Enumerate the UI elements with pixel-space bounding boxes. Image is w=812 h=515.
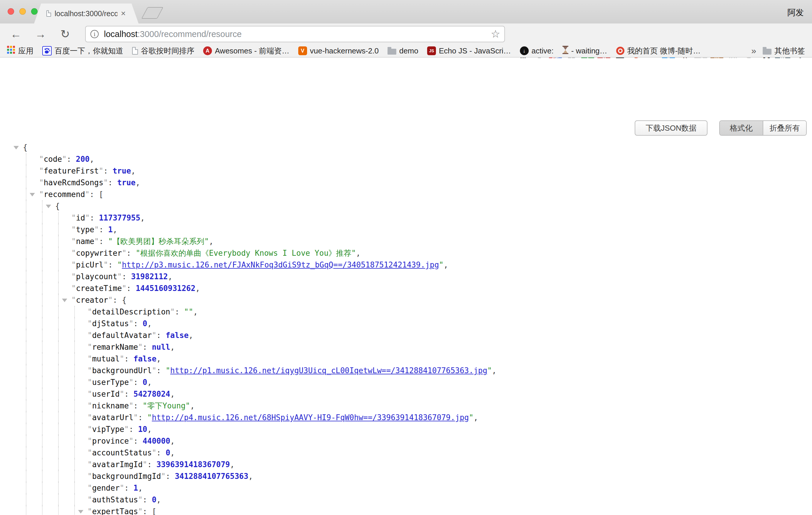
bookmark-vue-hackernews-icon: V xyxy=(298,47,307,55)
json-string: " xyxy=(487,366,492,375)
json-punct: , xyxy=(492,366,497,375)
indent-guide xyxy=(74,459,75,470)
forward-button[interactable]: → xyxy=(33,26,48,42)
json-line: "id": 117377955, xyxy=(0,212,812,224)
active-tab[interactable]: localhost:3000/recommend/re × xyxy=(34,3,139,24)
indent-guide xyxy=(58,212,59,224)
json-punct: : xyxy=(122,272,131,281)
json-number: 440000 xyxy=(143,437,170,446)
json-quote: " xyxy=(122,284,126,293)
indent-guide xyxy=(58,282,59,294)
indent-guide xyxy=(42,341,42,353)
minimize-window-button[interactable] xyxy=(19,8,26,15)
json-line: "userType": 0, xyxy=(0,376,812,388)
bookmark-baidu[interactable]: 百度一下，你就知道 xyxy=(42,46,123,56)
json-punct: : xyxy=(134,437,143,446)
json-punct: , xyxy=(170,437,175,446)
bookmark-echojs-icon: JS xyxy=(427,47,436,55)
json-quote: " xyxy=(134,413,138,422)
collapse-toggle-icon[interactable] xyxy=(78,510,83,514)
bookmark-demo[interactable]: demo xyxy=(387,47,418,56)
bookmarks-bar: 应用百度一下，你就知道谷歌按时间排序AAwesomes - 前端资…Vvue-h… xyxy=(0,45,812,58)
page-info-icon[interactable]: i xyxy=(90,30,99,38)
json-link[interactable]: http://p4.music.126.net/68HSpiyAAVY-HI9-… xyxy=(152,413,469,422)
json-quote: " xyxy=(71,260,76,269)
bookmark-star-icon[interactable]: ☆ xyxy=(491,28,500,40)
json-quote: " xyxy=(117,272,122,281)
json-punct: , xyxy=(147,378,152,387)
other-bookmarks-button[interactable]: 其他书签 xyxy=(763,46,805,56)
json-key: nickname xyxy=(92,401,129,410)
json-number: 1445160931262 xyxy=(136,284,196,293)
json-key: userId xyxy=(92,390,120,398)
indent-guide xyxy=(42,200,42,212)
indent-guide xyxy=(74,330,75,341)
json-key: expertTags xyxy=(92,507,138,515)
json-link[interactable]: http://p3.music.126.net/FJAxNkFoq3dGiS9t… xyxy=(122,260,439,269)
json-line: "userId": 54278024, xyxy=(0,388,812,400)
tab-close-icon[interactable]: × xyxy=(121,9,126,18)
json-quote: " xyxy=(87,401,92,410)
json-punct: , xyxy=(473,413,478,422)
json-string: " xyxy=(439,260,443,269)
json-line: "name": "【欧美男团】秒杀耳朵系列", xyxy=(0,235,812,247)
json-quote: " xyxy=(87,354,92,363)
bookmark-vue-hackernews[interactable]: Vvue-hackernews-2.0 xyxy=(298,47,379,56)
new-tab-button[interactable] xyxy=(141,7,163,19)
json-line: "mutual": false, xyxy=(0,353,812,365)
bookmark-vue-hackernews-label: vue-hackernews-2.0 xyxy=(310,47,379,56)
indent-guide xyxy=(42,423,42,435)
indent-guide xyxy=(26,388,26,400)
json-quote: " xyxy=(85,190,90,199)
bookmark-active[interactable]: ↓active: xyxy=(520,47,554,56)
json-string: "零下Young" xyxy=(143,401,190,410)
collapse-toggle-icon[interactable] xyxy=(13,146,19,149)
address-bar[interactable]: i localhost:3000/recommend/resource ☆ xyxy=(85,26,505,42)
reload-button[interactable]: ↻ xyxy=(58,26,73,42)
indent-guide xyxy=(26,224,26,235)
bookmark-waiting[interactable]: - waiting… xyxy=(562,46,607,56)
back-button[interactable]: ← xyxy=(8,26,24,42)
indent-guide xyxy=(74,306,75,318)
collapse-toggle-icon[interactable] xyxy=(46,205,51,208)
indent-guide xyxy=(26,341,26,353)
indent-guide xyxy=(42,330,42,341)
folder-icon xyxy=(763,49,772,55)
json-quote: " xyxy=(138,343,143,351)
collapse-toggle-icon[interactable] xyxy=(30,193,35,196)
json-punct: , xyxy=(170,343,175,351)
indent-guide xyxy=(26,376,26,388)
bookmark-apps[interactable]: 应用 xyxy=(7,46,33,56)
json-quote: " xyxy=(94,237,99,246)
bookmark-weibo-home[interactable]: 我的首页 微博-随时… xyxy=(616,46,701,56)
download-json-button[interactable]: 下载JSON数据 xyxy=(635,120,707,136)
indent-guide xyxy=(42,400,42,412)
json-tree: {"code": 200,"featureFirst": true,"haveR… xyxy=(0,142,812,515)
json-quote: " xyxy=(85,213,90,222)
collapse-toggle-icon[interactable] xyxy=(62,298,67,302)
indent-guide xyxy=(42,482,42,494)
json-punct: , xyxy=(443,260,448,269)
json-punct: : xyxy=(129,425,138,434)
json-line: "featureFirst": true, xyxy=(0,165,812,177)
json-link[interactable]: http://p1.music.126.net/iqygU3Uicq_cL00I… xyxy=(170,366,487,375)
collapse-all-button[interactable]: 折叠所有 xyxy=(763,121,806,135)
zoom-window-button[interactable] xyxy=(31,8,37,15)
indent-guide xyxy=(74,388,75,400)
folder-icon xyxy=(387,49,396,55)
json-key: avatarUrl xyxy=(92,413,134,422)
format-button[interactable]: 格式化 xyxy=(720,121,763,135)
json-number: 1 xyxy=(108,225,113,234)
json-quote: " xyxy=(87,484,92,492)
profile-name[interactable]: 阿发 xyxy=(787,7,804,18)
bookmarks-overflow-chevron-icon[interactable]: » xyxy=(751,46,756,56)
indent-guide xyxy=(26,306,26,318)
url-host: localhost xyxy=(104,29,137,39)
bookmark-echojs[interactable]: JSEcho JS - JavaScri… xyxy=(427,47,511,56)
json-punct: : xyxy=(156,448,166,457)
indent-guide xyxy=(58,388,59,400)
bookmark-google-sort[interactable]: 谷歌按时间排序 xyxy=(132,46,194,56)
close-window-button[interactable] xyxy=(8,8,14,15)
json-line: "type": 1, xyxy=(0,224,812,235)
bookmark-awesomes[interactable]: AAwesomes - 前端资… xyxy=(203,46,289,56)
